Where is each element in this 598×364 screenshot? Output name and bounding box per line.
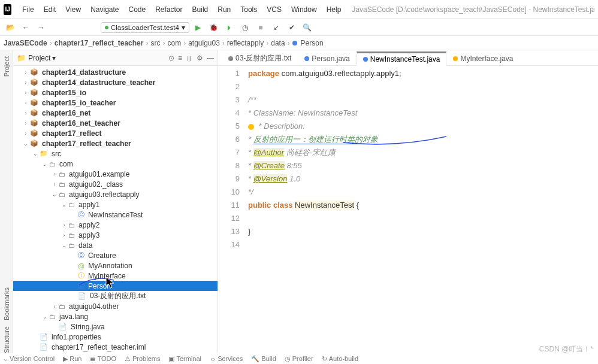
tree-item[interactable]: ›📦chapter15_io (13, 87, 218, 98)
status-profiler[interactable]: ◷ Profiler (285, 355, 313, 363)
tree-item[interactable]: ›📦chapter14_datastructure_teacher (13, 77, 218, 87)
caret-icon[interactable]: › (23, 69, 29, 75)
run-config-dropdown[interactable]: ClassLoaderTest.test4 ▾ (101, 22, 189, 33)
debug-icon[interactable]: 🐞 (207, 21, 221, 34)
caret-icon[interactable]: › (23, 100, 29, 106)
caret-icon[interactable]: › (23, 80, 29, 86)
tab-1[interactable]: Person.java (298, 51, 356, 65)
tree-item[interactable]: ⌄🗀apply1 (13, 199, 218, 210)
back-icon[interactable]: ← (19, 21, 32, 34)
tab-2[interactable]: NewInstanceTest.java (357, 51, 447, 66)
tree-item[interactable]: ›🗀apply2 (13, 220, 218, 230)
caret-icon[interactable]: › (23, 110, 29, 116)
tree-item[interactable]: ⌄📦chapter17_reflect_teacher (13, 138, 218, 148)
crumb-2[interactable]: src (150, 39, 160, 47)
tree-item[interactable]: ⌄📁src (13, 148, 218, 159)
caret-icon[interactable]: › (52, 304, 58, 310)
status-terminal[interactable]: ▣ Terminal (168, 355, 201, 363)
tree-item[interactable]: 📄info1.properties (13, 332, 218, 342)
open-icon[interactable]: 📂 (4, 21, 17, 34)
tree-item[interactable]: 📄String.java (13, 321, 218, 332)
hide-icon[interactable]: — (207, 54, 214, 62)
tree-item[interactable]: ›📦chapter17_reflect (13, 128, 218, 138)
tab-0[interactable]: 03-反射的应用.txt (222, 51, 298, 65)
status-vcs[interactable]: ⌵ Version Control (4, 355, 55, 363)
run-icon[interactable]: ▶ (192, 21, 205, 34)
caret-icon[interactable]: ⌄ (42, 161, 48, 167)
menu-vcs[interactable]: VCS (262, 5, 286, 14)
menu-file[interactable]: File (17, 5, 38, 14)
collapse-all-icon[interactable]: ⫼ (186, 54, 193, 62)
vcs-commit-icon[interactable]: ✔ (285, 21, 298, 34)
stop-icon[interactable]: ■ (254, 21, 267, 34)
tree-item[interactable]: ›🗀atguigu04.other (13, 301, 218, 311)
tree-item[interactable]: ⌄🗀atguigu03.reflectapply (13, 189, 218, 199)
tree-item[interactable]: ⌄🗀java.lang (13, 311, 218, 321)
status-autobuild[interactable]: ↻ Auto-build (322, 355, 359, 363)
tree-item[interactable]: ›🗀atguigu02._class (13, 179, 218, 189)
caret-icon[interactable]: › (52, 181, 58, 187)
menu-view[interactable]: View (61, 5, 86, 14)
menu-run[interactable]: Run (213, 5, 235, 14)
toolwin-bookmarks[interactable]: Bookmarks (3, 287, 10, 320)
status-problems[interactable]: ⚠ Problems (125, 355, 160, 363)
tree-item[interactable]: ›📦chapter14_datastructure (13, 67, 218, 77)
tree-item[interactable]: ›📦chapter16_net (13, 108, 218, 118)
profiler-icon[interactable]: ◷ (238, 21, 252, 34)
caret-icon[interactable]: ⌄ (61, 242, 67, 248)
caret-icon[interactable]: › (23, 120, 29, 126)
crumb-6[interactable]: data (271, 39, 285, 47)
toolwin-project[interactable]: Project (3, 56, 10, 77)
caret-icon[interactable]: › (61, 222, 67, 228)
menu-window[interactable]: Window (286, 5, 322, 14)
tree-item[interactable]: ⒸPerson (13, 281, 218, 291)
tree-item[interactable]: @MyAnnotation (13, 260, 218, 271)
status-build[interactable]: 🔨 Build (251, 355, 276, 363)
caret-icon[interactable]: › (52, 171, 58, 177)
crumb-4[interactable]: atguigu03 (188, 39, 220, 47)
status-todo[interactable]: ≣ TODO (90, 355, 116, 363)
tree-item[interactable]: ›🗀atguigu01.example (13, 169, 218, 179)
forward-icon[interactable]: → (35, 21, 48, 34)
tree-item[interactable]: ⒸNewInstanceTest (13, 210, 218, 220)
caret-icon[interactable]: › (23, 90, 29, 96)
crumb-last[interactable]: Person (301, 39, 324, 47)
menu-navigate[interactable]: Navigate (86, 5, 123, 14)
menu-code[interactable]: Code (124, 5, 151, 14)
code-content[interactable]: package com.atguigu03.reflectapply.apply… (248, 66, 401, 353)
expand-all-icon[interactable]: ≡ (178, 54, 182, 62)
crumb-3[interactable]: com (167, 39, 181, 47)
menu-tools[interactable]: Tools (235, 5, 262, 14)
intention-bulb-icon[interactable] (248, 124, 254, 130)
caret-icon[interactable]: › (61, 232, 67, 238)
menu-build[interactable]: Build (188, 5, 213, 14)
caret-icon[interactable]: ⌄ (52, 192, 58, 198)
status-run[interactable]: ▶ Run (63, 355, 81, 363)
tree-item[interactable]: ⒸCreature (13, 250, 218, 260)
vcs-update-icon[interactable]: ↙ (270, 21, 283, 34)
tree-item[interactable]: ›📦chapter15_io_teacher (13, 98, 218, 108)
caret-icon[interactable]: › (23, 131, 29, 136)
tree-item[interactable]: ⌄🗀com (13, 159, 218, 169)
project-tree[interactable]: ›📦chapter14_datastructure›📦chapter14_dat… (13, 66, 218, 353)
menu-help[interactable]: Help (322, 5, 346, 14)
caret-icon[interactable]: ⌄ (42, 314, 48, 320)
caret-icon[interactable]: ⌄ (61, 202, 67, 208)
tree-item[interactable]: ›🗀apply3 (13, 230, 218, 240)
caret-icon[interactable]: ⌄ (23, 141, 29, 147)
status-services[interactable]: ☼ Services (210, 355, 243, 362)
menu-refactor[interactable]: Refactor (150, 5, 187, 14)
tree-item[interactable]: ⌄🗀data (13, 240, 218, 250)
crumb-5[interactable]: reflectapply (227, 39, 264, 47)
tree-item[interactable]: ›📦chapter16_net_teacher (13, 118, 218, 128)
chevron-down-icon[interactable]: ▾ (52, 54, 56, 62)
tree-item[interactable]: 📄03-反射的应用.txt (13, 291, 218, 301)
select-opened-icon[interactable]: ⊙ (168, 54, 174, 62)
coverage-icon[interactable]: ⏵ (223, 21, 236, 34)
gear-icon[interactable]: ⚙ (197, 54, 203, 62)
crumb-0[interactable]: JavaSECode (4, 39, 47, 47)
search-icon[interactable]: 🔍 (301, 21, 314, 34)
crumb-1[interactable]: chapter17_reflect_teacher (55, 39, 144, 47)
caret-icon[interactable]: ⌄ (32, 151, 38, 157)
tree-item[interactable]: ⒾMyInterface (13, 271, 218, 281)
